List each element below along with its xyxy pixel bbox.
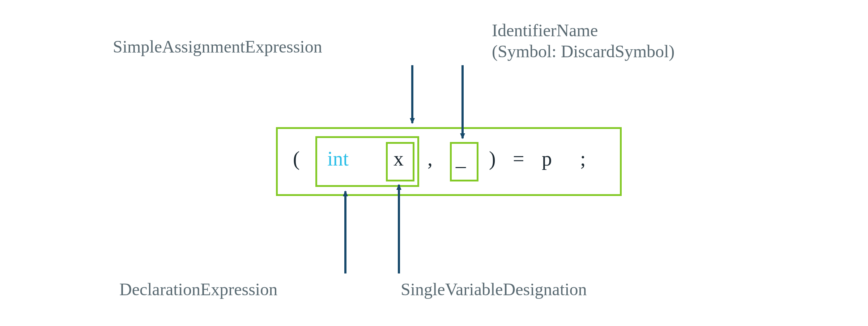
label-single-variable-designation: SingleVariableDesignation: [401, 279, 587, 300]
token-equals: =: [513, 147, 524, 170]
token-open-paren: (: [293, 147, 300, 170]
token-discard-underscore: _: [456, 147, 466, 170]
token-identifier-x: x: [393, 147, 404, 170]
token-close-paren: ): [489, 147, 496, 170]
label-declaration-expression: DeclarationExpression: [119, 279, 277, 300]
label-identifier-name: IdentifierName(Symbol: DiscardSymbol): [492, 20, 675, 62]
token-keyword-int: int: [327, 147, 349, 170]
label-simple-assignment: SimpleAssignmentExpression: [113, 36, 322, 57]
token-comma: ,: [427, 147, 433, 170]
token-semicolon: ;: [580, 147, 586, 170]
token-identifier-p: p: [542, 147, 552, 170]
